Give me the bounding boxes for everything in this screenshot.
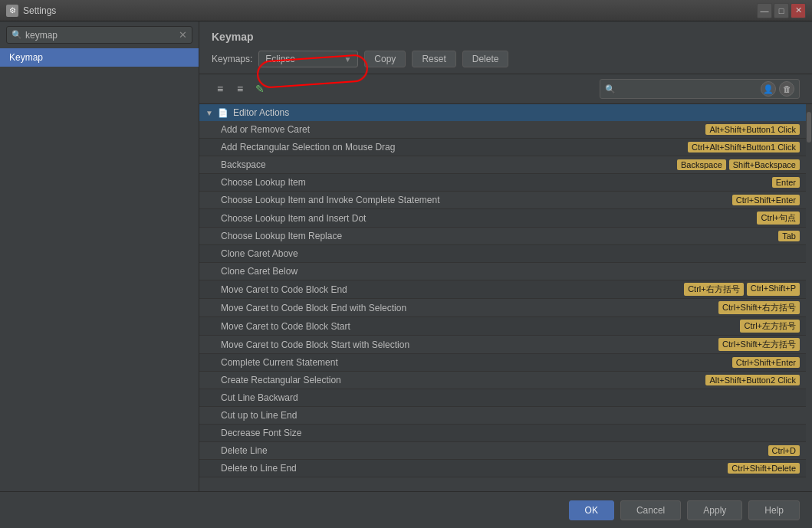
- table-row[interactable]: Move Caret to Code Block End with Select…: [199, 299, 806, 317]
- row-shortcuts: Ctrl+Shift+右方括号: [718, 301, 800, 314]
- row-shortcuts: Ctrl+Alt+Shift+Button1 Click: [688, 142, 800, 152]
- row-action-name: Cut Line Backward: [221, 392, 800, 403]
- shortcut-badge: Backspace: [677, 159, 726, 170]
- group-label: Editor Actions: [233, 107, 289, 118]
- title-bar: ⚙ Settings — □ ✕: [0, 0, 812, 21]
- row-shortcuts: Tab: [778, 231, 800, 241]
- tree-area[interactable]: ▼ 📄 Editor Actions Add or Remove CaretAl…: [199, 104, 806, 491]
- sidebar-search-clear-icon[interactable]: ✕: [179, 29, 187, 41]
- edit-icon-button[interactable]: ✎: [251, 80, 268, 97]
- group-header-editor-actions[interactable]: ▼ 📄 Editor Actions: [199, 104, 806, 121]
- action-toolbar: ≡ ≡ ✎ 🔍 👤 🗑: [199, 74, 812, 104]
- row-shortcuts: Alt+Shift+Button2 Click: [705, 375, 800, 385]
- scrollbar-thumb[interactable]: [807, 112, 811, 143]
- table-row[interactable]: Choose Lookup Item and Invoke Complete S…: [199, 192, 806, 209]
- row-shortcuts: Ctrl+Shift+Enter: [732, 195, 800, 205]
- cancel-button[interactable]: Cancel: [620, 500, 681, 520]
- row-action-name: Choose Lookup Item and Invoke Complete S…: [221, 195, 732, 205]
- row-shortcuts: Ctrl+Shift+Enter: [732, 357, 800, 368]
- bottom-bar: OK Cancel Apply Help: [0, 491, 812, 528]
- shortcut-badge: Ctrl+Alt+Shift+Button1 Click: [688, 142, 800, 152]
- shortcut-badge: Enter: [772, 177, 800, 188]
- shortcut-badge: Ctrl+左方括号: [740, 320, 800, 333]
- shortcut-badge: Ctrl+Shift+Delete: [728, 463, 800, 474]
- delete-button[interactable]: Delete: [462, 51, 509, 67]
- keymaps-dropdown[interactable]: Eclipse ▼: [258, 51, 358, 67]
- keymaps-label: Keymaps:: [212, 54, 252, 64]
- table-row[interactable]: Add Rectangular Selection on Mouse DragC…: [199, 139, 806, 156]
- row-action-name: Move Caret to Code Block End with Select…: [221, 303, 718, 313]
- shortcut-badge: Tab: [778, 231, 800, 241]
- sidebar-item-keymap[interactable]: Keymap: [0, 48, 199, 67]
- row-shortcuts: Ctrl+D: [768, 445, 800, 456]
- minimize-button[interactable]: —: [757, 3, 772, 18]
- shortcut-badge: Ctrl+Shift+P: [747, 283, 800, 296]
- title-bar-title: Settings: [23, 5, 757, 16]
- user-filter-icon[interactable]: 👤: [761, 81, 776, 97]
- shortcut-badge: Alt+Shift+Button2 Click: [705, 375, 800, 385]
- row-action-name: Backspace: [221, 159, 677, 170]
- close-button[interactable]: ✕: [791, 3, 806, 18]
- table-row[interactable]: Move Caret to Code Block EndCtrl+右方括号Ctr…: [199, 280, 806, 299]
- search-extra-icons: 👤 🗑: [761, 81, 794, 97]
- ok-button[interactable]: OK: [569, 500, 614, 520]
- row-action-name: Choose Lookup Item and Insert Dot: [221, 213, 757, 224]
- shortcut-badge: Ctrl+右方括号: [684, 283, 744, 296]
- row-action-name: Delete to Line End: [221, 463, 728, 474]
- apply-button[interactable]: Apply: [687, 500, 742, 520]
- table-row[interactable]: Choose Lookup Item and Insert DotCtrl+句点: [199, 209, 806, 228]
- table-row[interactable]: Delete to Line EndCtrl+Shift+Delete: [199, 460, 806, 477]
- row-shortcuts: Ctrl+右方括号Ctrl+Shift+P: [684, 283, 800, 296]
- content-area: Keymap Keymaps: Eclipse ▼ Copy Reset Del…: [199, 21, 812, 491]
- content-header: Keymap Keymaps: Eclipse ▼ Copy Reset Del…: [199, 21, 812, 74]
- row-action-name: Choose Lookup Item: [221, 177, 772, 188]
- keymaps-selected-value: Eclipse: [265, 54, 339, 64]
- group-expand-arrow: ▼: [205, 109, 213, 117]
- table-row[interactable]: Choose Lookup ItemEnter: [199, 174, 806, 192]
- table-row[interactable]: Decrease Font Size: [199, 425, 806, 442]
- sidebar-search-input[interactable]: [25, 30, 179, 41]
- trash-filter-icon[interactable]: 🗑: [779, 81, 794, 97]
- table-row[interactable]: Add or Remove CaretAlt+Shift+Button1 Cli…: [199, 121, 806, 139]
- row-action-name: Add or Remove Caret: [221, 124, 705, 135]
- row-action-name: Create Rectangular Selection: [221, 375, 705, 385]
- table-row[interactable]: Create Rectangular SelectionAlt+Shift+Bu…: [199, 372, 806, 389]
- vertical-scrollbar[interactable]: [806, 104, 812, 491]
- keymap-rows: Add or Remove CaretAlt+Shift+Button1 Cli…: [199, 121, 806, 477]
- table-row[interactable]: Move Caret to Code Block StartCtrl+左方括号: [199, 317, 806, 336]
- table-row[interactable]: Delete LineCtrl+D: [199, 442, 806, 460]
- table-row[interactable]: Cut up to Line End: [199, 407, 806, 425]
- help-button[interactable]: Help: [748, 500, 800, 520]
- title-bar-controls: — □ ✕: [757, 3, 806, 18]
- table-row[interactable]: BackspaceBackspaceShift+Backspace: [199, 156, 806, 174]
- shortcut-badge: Ctrl+Shift+Enter: [732, 357, 800, 368]
- app-icon: ⚙: [6, 5, 18, 17]
- shortcut-badge: Ctrl+Shift+右方括号: [718, 301, 800, 314]
- table-row[interactable]: Clone Caret Above: [199, 245, 806, 263]
- tree-wrapper: ▼ 📄 Editor Actions Add or Remove CaretAl…: [199, 104, 806, 491]
- sidebar-search-icon: 🔍: [12, 30, 22, 40]
- expand-all-button[interactable]: ≡: [212, 80, 228, 97]
- sidebar-search-box[interactable]: 🔍 ✕: [6, 26, 192, 44]
- table-row[interactable]: Move Caret to Code Block Start with Sele…: [199, 336, 806, 354]
- row-action-name: Clone Caret Below: [221, 266, 800, 277]
- reset-button[interactable]: Reset: [412, 51, 455, 67]
- row-action-name: Delete Line: [221, 445, 768, 456]
- table-row[interactable]: Cut Line Backward: [199, 389, 806, 407]
- sidebar: 🔍 ✕ Keymap: [0, 21, 199, 491]
- table-row[interactable]: Clone Caret Below: [199, 263, 806, 280]
- table-row[interactable]: Choose Lookup Item ReplaceTab: [199, 228, 806, 245]
- row-shortcuts: Ctrl+句点: [757, 212, 800, 225]
- shortcut-badge: Ctrl+Shift+左方括号: [718, 338, 800, 351]
- collapse-all-button[interactable]: ≡: [232, 80, 248, 97]
- row-action-name: Move Caret to Code Block Start: [221, 321, 740, 332]
- keymap-search-box[interactable]: 🔍 👤 🗑: [600, 79, 800, 99]
- copy-button[interactable]: Copy: [364, 51, 406, 67]
- keymap-search-input[interactable]: [618, 84, 756, 94]
- shortcut-badge: Ctrl+句点: [757, 212, 800, 225]
- maximize-button[interactable]: □: [774, 3, 789, 18]
- table-row[interactable]: Complete Current StatementCtrl+Shift+Ent…: [199, 354, 806, 372]
- row-action-name: Cut up to Line End: [221, 410, 800, 421]
- content-body: ▼ 📄 Editor Actions Add or Remove CaretAl…: [199, 104, 812, 491]
- shortcut-badge: Ctrl+D: [768, 445, 800, 456]
